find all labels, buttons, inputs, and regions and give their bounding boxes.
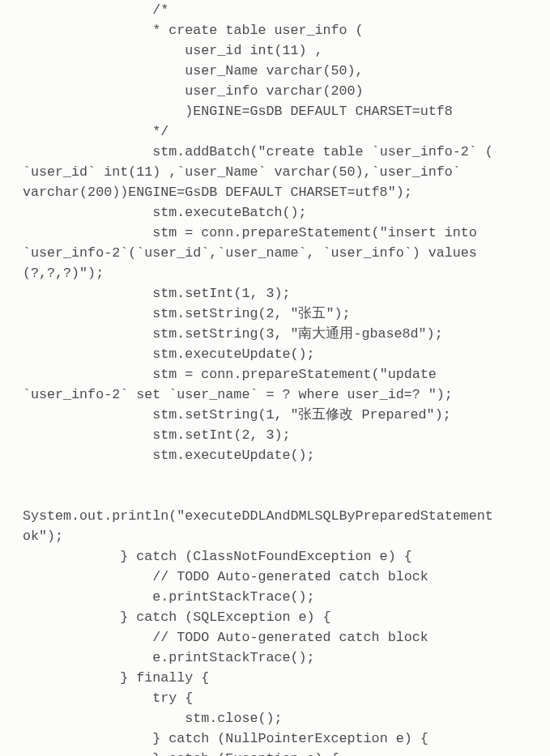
code-block: /* * create table user_info ( user_id in…: [0, 0, 550, 756]
